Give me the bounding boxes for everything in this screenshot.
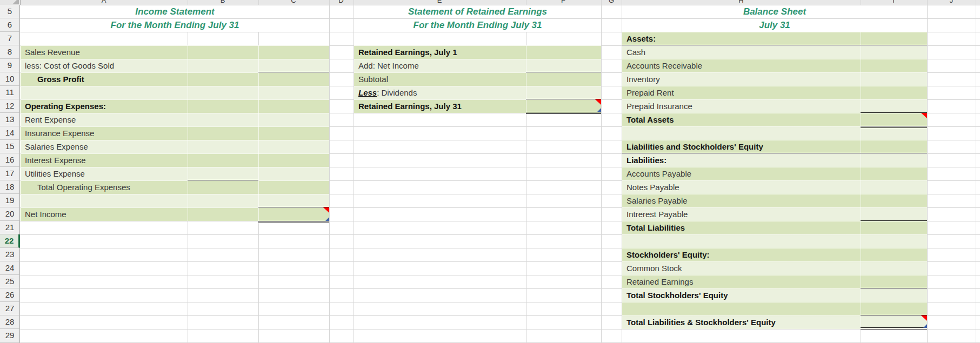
cell-total-liabilities-and-equity[interactable]: Total Liabilities & Stockholders' Equity [622,315,859,329]
select-all-triangle-icon [12,0,19,4]
row-header-10[interactable]: 10 [0,72,20,86]
row-header-6[interactable]: 6 [0,18,20,32]
column-header-a[interactable]: A [97,0,111,4]
column-header-c[interactable]: C [286,0,301,4]
cell-total-liabilities[interactable]: Total Liabilities [622,221,859,234]
column-header-i[interactable]: I [886,0,901,4]
cell-retained-earnings[interactable]: Retained Earnings [622,275,859,288]
cell-common-stock[interactable]: Common Stock [622,261,859,275]
cell-notes-payable[interactable]: Notes Payable [622,180,859,194]
band-column-separator [188,45,188,221]
row-header-24[interactable]: 24 [0,261,20,275]
column-headers: A B C D E F G H I J [20,0,980,5]
select-all-corner[interactable] [0,0,21,5]
row-header-23[interactable]: 23 [0,248,20,261]
cell-insurance-expense[interactable]: Insurance Expense [21,126,187,140]
net-income-value-cell[interactable] [258,207,329,221]
cell-border-assets-underline [622,45,927,45]
row-header-26[interactable]: 26 [0,288,20,302]
cell-border-net-income-double [258,221,329,221]
band-column-separator [861,32,861,329]
cell-border-total-liab-equity-double [861,329,927,329]
total-assets-value-cell[interactable] [861,113,927,126]
cell-accounts-receivable[interactable]: Accounts Receivable [622,59,859,72]
income-statement-title[interactable]: Income Statement [21,5,329,18]
retained-earnings-july31-value-cell[interactable] [526,99,601,113]
column-header-j[interactable]: J [944,0,958,4]
row-header-20[interactable]: 20 [0,207,20,221]
cell-liabilities-header[interactable]: Liabilities: [622,153,859,167]
cell-net-income[interactable]: Net Income [21,207,187,221]
balance-sheet-title[interactable]: Balance Sheet [622,5,927,18]
retained-earnings-subtitle[interactable]: For the Month Ending July 31 [354,18,601,32]
cell-subtotal[interactable]: Subtotal [354,72,526,86]
cell-gross-profit[interactable]: Gross Profit [21,72,199,86]
cell-border-retained-earnings-total [861,288,927,288]
row-header-11[interactable]: 11 [0,86,20,99]
cell-total-assets[interactable]: Total Assets [622,113,859,126]
cell-interest-payable[interactable]: Intrerest Payable [622,207,859,221]
cell-cost-of-goods-sold[interactable]: less: Cost of Goods Sold [21,59,187,72]
less-label: Less [358,88,377,97]
row-header-5[interactable]: 5 [0,5,20,18]
column-header-e[interactable]: E [432,0,446,4]
column-header-h[interactable]: H [734,0,748,4]
cell-assets-header[interactable]: Assets: [622,32,859,45]
row-header-15[interactable]: 15 [0,140,20,153]
dividends-label: : Dividends [377,88,417,97]
row-header-17[interactable]: 17 [0,167,20,180]
row-header-16[interactable]: 16 [0,153,20,167]
cell-salaries-expense[interactable]: Salaries Expense [21,140,187,153]
column-header-d[interactable]: D [334,0,348,4]
gridline-v [976,0,976,343]
column-header-f[interactable]: F [556,0,570,4]
cell-interest-expense[interactable]: Interest Expense [21,153,187,167]
balance-sheet-subtitle[interactable]: July 31 [622,18,927,32]
retained-earnings-title[interactable]: Statement of Retained Earnings [354,5,601,18]
cell-cash[interactable]: Cash [622,45,859,59]
cell-stockholders-equity-header[interactable]: Stockholders' Equity: [622,248,859,261]
cell-inventory[interactable]: Inventory [622,72,859,86]
total-liabilities-equity-value-cell[interactable] [861,315,927,329]
cell-salaries-payable[interactable]: Salaries Payable [622,194,859,207]
row-header-7[interactable]: 7 [0,32,20,45]
row-header-21[interactable]: 21 [0,221,20,234]
cell-liabilities-and-equity-header[interactable]: Liabilities and Stockholders' Equity [622,140,859,153]
cell-border-net-income-double [258,223,329,223]
row-header-13[interactable]: 13 [0,113,20,126]
row-header-25[interactable]: 25 [0,275,20,288]
cell-accounts-payable[interactable]: Accounts Payable [622,167,859,180]
column-header-g[interactable]: G [604,0,618,4]
row-header-28[interactable]: 28 [0,315,20,329]
cell-border-re-july31-double [526,113,601,114]
cell-border-liabilities-equity-underline [622,153,927,153]
row-header-14[interactable]: 14 [0,126,20,140]
row-header-12[interactable]: 12 [0,99,20,113]
row-header-8[interactable]: 8 [0,45,20,59]
column-header-b[interactable]: B [216,0,230,4]
income-statement-subtitle[interactable]: For the Month Ending July 31 [21,18,329,32]
cell-rent-expense[interactable]: Rent Expense [21,113,187,126]
cell-border-interest-payable-total [861,220,927,221]
row-header-29[interactable]: 29 [0,329,20,343]
cell-border-utilities-total [188,180,258,180]
cell-utilities-expense[interactable]: Utilities Expense [21,167,187,180]
cell-add-net-income[interactable]: Add: Net Income [354,59,526,72]
cell-border-add-net-income [526,72,601,72]
spreadsheet-view: A B C D E F G H I J [0,0,980,343]
row-header-27[interactable]: 27 [0,302,20,315]
gridline-v [927,0,928,343]
row-header-9[interactable]: 9 [0,59,20,72]
cell-sales-revenue[interactable]: Sales Revenue [21,45,187,59]
cell-retained-earnings-july1[interactable]: Retained Earnings, July 1 [354,45,526,59]
cell-less-dividends[interactable]: Less: Dividends [354,86,526,99]
row-header-18[interactable]: 18 [0,180,20,194]
cell-total-operating-expenses[interactable]: Total Operating Expenses [21,180,199,194]
cell-prepaid-insurance[interactable]: Prepaid Insurance [622,99,859,113]
cell-total-stockholders-equity[interactable]: Total Stockholders' Equity [622,288,859,302]
cell-retained-earnings-july31[interactable]: Retained Earnings, July 31 [354,99,526,113]
row-header-19[interactable]: 19 [0,194,20,207]
row-header-22-active[interactable]: 22 [0,234,20,248]
cell-operating-expenses-header[interactable]: Operating Expenses: [21,99,187,113]
cell-prepaid-rent[interactable]: Prepaid Rent [622,86,859,99]
